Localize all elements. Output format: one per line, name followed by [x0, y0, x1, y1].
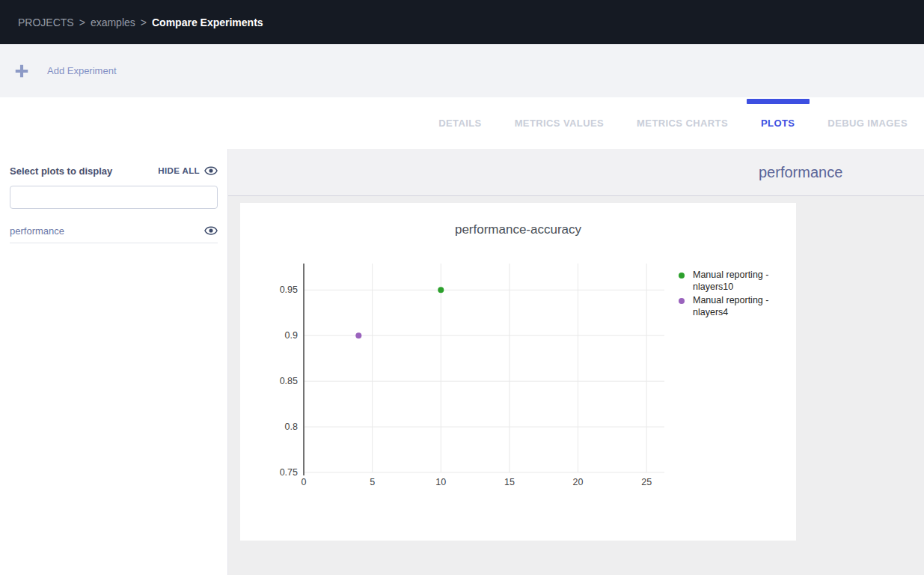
plot-canvas[interactable]: 0.750.80.850.90.950510152025: [240, 203, 796, 541]
add-experiment-button[interactable]: Add Experiment: [13, 63, 117, 79]
eye-icon: [204, 164, 218, 177]
plot-item-label: performance: [10, 225, 64, 237]
svg-text:0.85: 0.85: [280, 376, 298, 386]
hide-all-label: HIDE ALL: [158, 166, 200, 175]
breadcrumb-projects[interactable]: PROJECTS: [18, 16, 74, 28]
legend-marker-icon: [679, 273, 685, 279]
plot-search-input[interactable]: [10, 186, 218, 209]
legend-label: Manual reporting - nlayers4: [693, 294, 784, 318]
select-plots-title: Select plots to display: [10, 165, 112, 177]
breadcrumb-separator: >: [141, 16, 147, 28]
breadcrumb-examples[interactable]: examples: [91, 16, 135, 28]
metric-section-header: performance: [228, 149, 924, 196]
plot-list-item-performance[interactable]: performance: [10, 223, 218, 243]
legend-entry[interactable]: Manual reporting - nlayers10: [679, 269, 784, 293]
svg-text:5: 5: [370, 477, 375, 487]
chart-legend: Manual reporting - nlayers10Manual repor…: [679, 269, 784, 318]
legend-entry[interactable]: Manual reporting - nlayers4: [679, 294, 784, 318]
breadcrumb: PROJECTS > examples > Compare Experiment…: [18, 16, 263, 28]
eye-icon[interactable]: [204, 224, 218, 237]
active-tab-indicator: [747, 99, 810, 104]
add-experiment-toolbar: Add Experiment: [0, 44, 924, 97]
chart-card: 0.750.80.850.90.950510152025 performance…: [240, 203, 796, 541]
breadcrumb-separator: >: [79, 16, 85, 28]
plots-sidebar-header: Select plots to display HIDE ALL: [10, 164, 218, 177]
svg-text:0.8: 0.8: [285, 422, 298, 432]
tab-debug-images[interactable]: DEBUG IMAGES: [827, 97, 908, 149]
breadcrumb-current-page: Compare Experiments: [152, 16, 263, 28]
svg-text:15: 15: [504, 477, 515, 487]
svg-text:0.75: 0.75: [280, 467, 298, 478]
top-header-bar: PROJECTS > examples > Compare Experiment…: [0, 0, 924, 44]
svg-text:0.95: 0.95: [280, 285, 298, 295]
legend-label: Manual reporting - nlayers10: [693, 269, 784, 293]
svg-text:20: 20: [573, 477, 584, 487]
plots-sidebar: Select plots to display HIDE ALL perform…: [0, 149, 228, 575]
plus-icon: [13, 63, 30, 79]
svg-text:10: 10: [435, 477, 446, 487]
tab-bar: DETAILS METRICS VALUES METRICS CHARTS PL…: [0, 97, 924, 149]
content-area: Select plots to display HIDE ALL perform…: [0, 149, 924, 575]
tab-metrics-values[interactable]: METRICS VALUES: [515, 97, 604, 149]
svg-text:0: 0: [302, 477, 307, 487]
plots-main-area: performance 0.750.80.850.90.950510152025…: [228, 149, 924, 575]
tab-metrics-charts[interactable]: METRICS CHARTS: [637, 97, 728, 149]
svg-text:25: 25: [641, 477, 652, 487]
legend-marker-icon: [679, 298, 685, 304]
svg-text:0.9: 0.9: [285, 330, 298, 341]
tab-details[interactable]: DETAILS: [438, 97, 481, 149]
tab-plots[interactable]: PLOTS: [761, 97, 795, 149]
add-experiment-label: Add Experiment: [47, 65, 117, 76]
hide-all-button[interactable]: HIDE ALL: [158, 164, 218, 177]
chart-title: performance-accuracy: [240, 222, 796, 237]
metric-section-title: performance: [759, 164, 842, 181]
